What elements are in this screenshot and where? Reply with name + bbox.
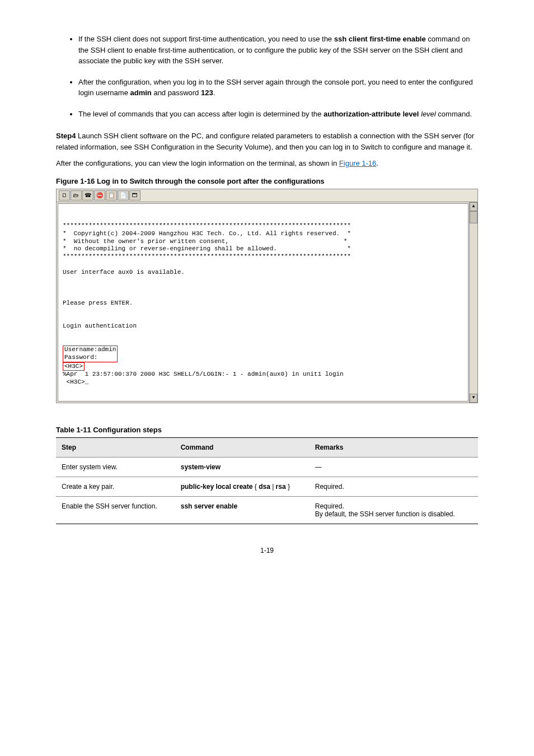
cell-remarks: Required.: [310, 477, 478, 496]
table-row: Create a key pair. public-key local crea…: [56, 477, 478, 496]
bullet-text: The level of commands that you can acces…: [78, 110, 324, 118]
cmd: ssh server enable: [181, 502, 237, 510]
terminal-line: * no decompiling or reverse-engineering …: [63, 245, 351, 252]
cell-command: ssh server enable: [175, 496, 310, 524]
bullet-item: The level of commands that you can acces…: [78, 109, 478, 120]
scroll-up-button[interactable]: ▲: [470, 202, 477, 211]
toolbar-paste-icon[interactable]: 📄: [118, 190, 129, 200]
scroll-down-button[interactable]: ▼: [470, 394, 477, 403]
bullet-list: If the SSH client does not support first…: [78, 34, 478, 119]
cmd-sep: {: [252, 483, 259, 491]
terminal-line: * Without the owner's prior written cons…: [63, 238, 347, 245]
cmd: dsa: [259, 483, 270, 491]
toolbar-new-icon[interactable]: 🗋: [59, 190, 70, 200]
cell-command: public-key local create { dsa | rsa }: [175, 477, 310, 496]
bullet-text: command.: [436, 110, 472, 118]
terminal-line: Login authentication: [63, 323, 137, 329]
cmd-sep: }: [286, 483, 290, 491]
terminal-line: User interface aux0 is available.: [63, 269, 185, 276]
bullet-item: After the configuration, when you log in…: [78, 77, 478, 99]
figure-caption: Figure 1-16 Log in to Switch through the…: [56, 177, 478, 185]
login-credentials-highlight: Username:admin Password:: [63, 346, 118, 362]
page-number: 1-19: [56, 547, 478, 554]
cmd-text: 123: [201, 88, 213, 97]
bullet-text: .: [213, 88, 216, 97]
cell-step: Enable the SSH server function.: [56, 496, 175, 524]
cmd-text: ssh client first-time enable: [334, 35, 426, 43]
bullet-item: If the SSH client does not support first…: [78, 34, 478, 67]
table-header-row: Step Command Remarks: [56, 437, 478, 457]
scroll-thumb[interactable]: [470, 211, 477, 223]
terminal-tail: %Apr 1 23:57:00:370 2000 H3C SHELL/5/LOG…: [63, 371, 344, 385]
cell-step: Create a key pair.: [56, 477, 175, 496]
col-header-step: Step: [56, 437, 175, 457]
cell-step: Enter system view.: [56, 457, 175, 477]
config-steps-table: Step Command Remarks Enter system view. …: [56, 437, 478, 524]
cmd-sep: |: [270, 483, 276, 491]
cmd: rsa: [276, 483, 286, 491]
col-header-remarks: Remarks: [310, 437, 478, 457]
cell-remarks: Required. By default, the SSH server fun…: [310, 496, 478, 524]
terminal-line: * Copyright(c) 2004-2009 Hangzhou H3C Te…: [63, 230, 351, 237]
table-row: Enter system view. system-view —: [56, 457, 478, 477]
figref-post: .: [376, 159, 378, 167]
scrollbar[interactable]: ▲ ▼: [469, 202, 477, 403]
cmd-text: admin: [130, 88, 152, 97]
terminal-line: ****************************************…: [63, 253, 351, 260]
terminal-toolbar: 🗋 🗁 ☎ ⛔ 📋 📄 🗔: [56, 189, 478, 202]
prompt-highlight: <H3C>: [63, 362, 85, 371]
terminal-line: ****************************************…: [63, 222, 351, 229]
toolbar-connect-icon[interactable]: ☎: [82, 190, 93, 200]
cmd: public-key local create: [181, 483, 253, 491]
cmd-text: authorization-attribute level: [324, 110, 419, 118]
terminal-line: Please press ENTER.: [63, 300, 133, 306]
step-label: Step4: [56, 132, 76, 140]
terminal-screenshot: 🗋 🗁 ☎ ⛔ 📋 📄 🗔 **************************…: [56, 189, 478, 403]
bullet-text: and password: [152, 88, 201, 97]
step-text: Launch SSH client software on the PC, an…: [56, 132, 474, 151]
figref-pre: After the configurations, you can view t…: [56, 159, 339, 167]
table-caption: Table 1-11 Configuration steps: [56, 426, 478, 434]
cell-remarks: —: [310, 457, 478, 477]
col-header-command: Command: [175, 437, 310, 457]
bullet-text: If the SSH client does not support first…: [78, 35, 334, 43]
toolbar-copy-icon[interactable]: 📋: [106, 190, 117, 200]
toolbar-open-icon[interactable]: 🗁: [71, 190, 82, 200]
toolbar-props-icon[interactable]: 🗔: [129, 190, 140, 200]
figure-link[interactable]: Figure 1-16: [339, 159, 376, 167]
terminal-output: ****************************************…: [58, 203, 469, 402]
step-paragraph: Step4 Launch SSH client software on the …: [56, 130, 478, 152]
table-row: Enable the SSH server function. ssh serv…: [56, 496, 478, 524]
cell-command: system-view: [175, 457, 310, 477]
cmd: system-view: [181, 463, 221, 471]
arg-text: level: [421, 110, 436, 118]
toolbar-disconnect-icon[interactable]: ⛔: [94, 190, 105, 200]
figure-ref-paragraph: After the configurations, you can view t…: [56, 158, 478, 169]
